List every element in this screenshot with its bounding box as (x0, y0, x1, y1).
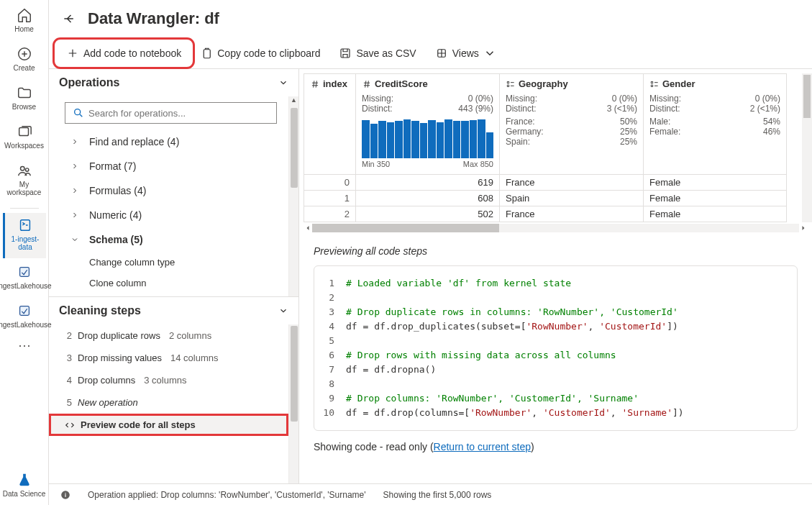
stack-icon (17, 124, 32, 140)
column-header[interactable]: GenderMissing:0 (0%)Distinct:2 (<1%)Male… (643, 73, 787, 175)
op-category[interactable]: Schema (5) (65, 227, 277, 252)
data-row[interactable]: 2502FranceFemale (304, 206, 808, 222)
chevron-right-icon (70, 235, 79, 244)
op-category[interactable]: Format (7) (65, 154, 277, 178)
back-button[interactable] (58, 7, 81, 30)
svg-rect-8 (341, 49, 350, 58)
people-icon (17, 163, 32, 178)
scroll-thumb[interactable] (291, 326, 298, 422)
step-number: 5 (65, 397, 72, 408)
rail-data-science[interactable]: Data Science (3, 468, 46, 505)
svg-point-2 (20, 167, 24, 171)
toolbar: Add code to notebook Copy code to clipbo… (49, 37, 812, 69)
data-grid: index CreditScoreMissing:0 (0%)Distinct:… (299, 69, 812, 222)
operations-body: Find and replace (4)Format (7)Formulas (… (49, 96, 288, 296)
column-header[interactable]: CreditScoreMissing:0 (0%)Distinct:443 (9… (355, 73, 499, 175)
rail-browse[interactable]: Browse (3, 81, 46, 118)
rail-ingest-data[interactable]: 1-ingest-data (3, 213, 46, 258)
cell-index: 0 (304, 175, 355, 191)
category-label: Numeric (4) (89, 209, 142, 221)
search-input[interactable] (65, 102, 277, 124)
read-only-note: Showing code - read only (Return to curr… (314, 441, 798, 452)
category-icon (506, 79, 516, 89)
svg-point-12 (65, 492, 65, 493)
plus-icon (66, 47, 79, 60)
column-header[interactable]: index (304, 73, 355, 175)
rail-label: Browse (12, 103, 36, 111)
rail-lakehouse-1[interactable]: IngestLakehouse (3, 260, 46, 297)
chevron-right-icon (70, 162, 79, 170)
op-category[interactable]: Numeric (4) (65, 203, 277, 227)
histogram (362, 118, 493, 158)
code-panel: Previewing all code steps 1# Loaded vari… (299, 234, 812, 483)
rail-create[interactable]: Create (3, 42, 46, 79)
grid-hscrollbar[interactable] (304, 224, 808, 232)
arrow-left-icon (62, 12, 76, 26)
cell-gender: Female (643, 206, 787, 222)
operations-scrollbar[interactable]: ▲ (288, 96, 298, 296)
add-code-button[interactable]: Add code to notebook (58, 42, 190, 64)
rail-home[interactable]: Home (3, 3, 46, 40)
steps-scrollbar[interactable] (288, 324, 298, 483)
search-field[interactable] (88, 108, 269, 119)
preview-label: Preview code for all steps (81, 419, 196, 430)
column-header[interactable]: GeographyMissing:0 (0%)Distinct:3 (<1%)F… (499, 73, 643, 175)
data-row[interactable]: 1608SpainFemale (304, 191, 808, 206)
rail-workspaces[interactable]: Workspaces (3, 119, 46, 157)
cleaning-step[interactable]: 4Drop columns3 columns (49, 369, 288, 391)
code-icon (65, 420, 75, 430)
category-icon (649, 79, 660, 89)
rail-myworkspace[interactable]: My workspace (3, 158, 46, 204)
arrow-left-icon (304, 224, 312, 232)
steps-header[interactable]: Cleaning steps (49, 296, 298, 324)
code-label: Previewing all code steps (314, 245, 798, 257)
rail-more[interactable]: ⋯ (18, 337, 31, 359)
rail-label: IngestLakehouse (0, 282, 52, 290)
op-sub-item[interactable]: Clone column (65, 273, 277, 294)
chevron-right-icon (70, 137, 79, 146)
status-bar: Operation applied: Drop columns: 'RowNum… (49, 483, 812, 505)
cell-geo: Spain (499, 191, 643, 206)
nav-rail: Home Create Browse Workspaces My workspa… (0, 0, 49, 505)
steps-body: 2Drop duplicate rows2 columns3Drop missi… (49, 324, 288, 483)
copy-code-button[interactable]: Copy code to clipboard (191, 42, 329, 64)
scroll-thumb[interactable] (291, 108, 298, 188)
svg-point-3 (25, 168, 28, 171)
rail-label: My workspace (3, 181, 46, 196)
cell-credit: 608 (355, 191, 499, 206)
preview-code-step[interactable]: Preview code for all steps (49, 414, 288, 436)
svg-rect-7 (204, 49, 210, 58)
code-box: 1# Loaded variable 'df' from kernel stat… (314, 265, 798, 431)
scroll-thumb[interactable] (803, 75, 811, 118)
views-button[interactable]: Views (426, 42, 505, 64)
return-step-link[interactable]: Return to current step (434, 441, 531, 452)
chevron-down-icon (278, 78, 288, 88)
op-category[interactable]: Formulas (4) (65, 178, 277, 203)
category-label: Formulas (4) (89, 185, 146, 196)
cell-gender: Female (643, 175, 787, 191)
cell-index: 2 (304, 206, 355, 222)
op-category[interactable]: Find and replace (4) (65, 129, 277, 154)
page-title: Data Wrangler: df (88, 9, 219, 28)
data-row[interactable]: 0619FranceFemale (304, 175, 808, 191)
cleaning-step[interactable]: 3Drop missing values14 columns (49, 347, 288, 369)
cleaning-step[interactable]: 5New operation (49, 391, 288, 414)
scroll-thumb[interactable] (312, 224, 499, 232)
cleaning-step[interactable]: 2Drop duplicate rows2 columns (49, 324, 288, 347)
rail-lakehouse-2[interactable]: IngestLakehouse (3, 299, 46, 336)
op-sub-item[interactable]: Change column type (65, 252, 277, 273)
step-label: Drop columns (78, 375, 135, 386)
svg-rect-13 (65, 493, 65, 496)
column-title: Gender (649, 78, 780, 89)
status-rowcount: Showing the first 5,000 rows (383, 490, 492, 500)
chevron-down-icon (278, 306, 288, 316)
rail-label: Create (13, 64, 35, 72)
category-label: Schema (5) (89, 234, 143, 245)
button-label: Copy code to clipboard (217, 47, 320, 59)
save-csv-button[interactable]: Save as CSV (330, 42, 424, 64)
svg-rect-4 (21, 220, 30, 231)
cell-geo: France (499, 206, 643, 222)
button-label: Views (452, 47, 479, 59)
operations-header[interactable]: Operations (49, 69, 298, 96)
grid-vscrollbar[interactable] (802, 73, 812, 222)
